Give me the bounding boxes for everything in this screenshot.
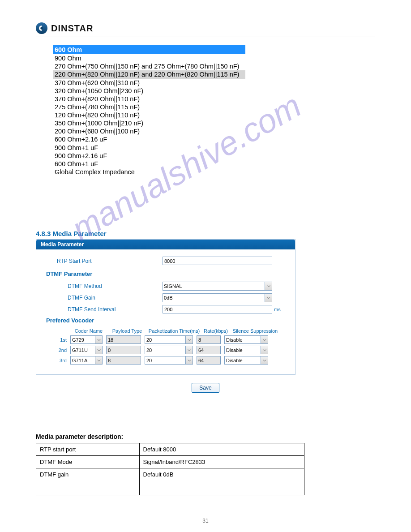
panel-title: Media Parameter (36, 240, 295, 249)
brand-text: DINSTAR (51, 23, 93, 34)
desc-key: DTMF gain (36, 468, 140, 495)
row-ord: 2nd (46, 348, 70, 353)
col-payload: Payload Type (107, 328, 147, 334)
page-number: 31 (36, 518, 375, 524)
impedance-option-selected[interactable]: 600 Ohm (53, 45, 245, 54)
vocoder-row: 1st (46, 335, 285, 344)
dtmf-interval-input[interactable] (163, 305, 272, 313)
packet-select[interactable] (145, 356, 193, 365)
impedance-option[interactable]: 275 Ohm+(780 Ohm||115 nF) (53, 103, 245, 111)
col-coder: Coder Name (70, 328, 107, 334)
desc-val: Signal/Inband/RFC2833 (139, 456, 304, 468)
table-row: DTMF gain Default 0dB (36, 468, 304, 495)
dinstar-logo-icon (36, 22, 47, 34)
coder-select[interactable] (70, 356, 103, 365)
desc-val: Default 0dB (139, 468, 304, 495)
packet-select[interactable] (145, 335, 193, 344)
row-ord: 3rd (46, 358, 70, 363)
payload-input (106, 346, 141, 354)
silence-select[interactable] (224, 356, 268, 365)
description-table: RTP start port Default 8000 DTMF Mode Si… (36, 443, 304, 495)
payload-input (106, 356, 141, 365)
impedance-option-hover[interactable]: 220 Ohm+(820 Ohm||120 nF) and 220 Ohm+(8… (53, 70, 245, 78)
silence-select[interactable] (224, 346, 268, 354)
rtp-start-port-label: RTP Start Port (46, 258, 163, 264)
silence-select[interactable] (224, 335, 268, 344)
dtmf-method-label: DTMF Method (46, 283, 163, 289)
row-ord: 1st (46, 337, 70, 343)
impedance-option[interactable]: 600 Ohm+2.16 uF (53, 135, 245, 143)
coder-select[interactable] (70, 346, 103, 354)
desc-key: DTMF Mode (36, 456, 140, 468)
rate-input (197, 335, 221, 344)
impedance-option[interactable]: 900 Ohm+2.16 uF (53, 152, 245, 160)
impedance-option[interactable]: 900 Ohm+1 uF (53, 144, 245, 152)
impedance-option[interactable]: 900 Ohm (53, 54, 245, 62)
impedance-option[interactable]: 200 Ohm+(680 Ohm||100 nF) (53, 127, 245, 135)
svg-point-0 (40, 27, 43, 29)
header-divider (36, 37, 375, 37)
dtmf-method-select[interactable] (163, 282, 272, 291)
rate-input (197, 356, 221, 365)
impedance-option[interactable]: 120 Ohm+(820 Ohm||110 nF) (53, 111, 245, 119)
impedance-option[interactable]: 270 Ohm+(750 Ohm||150 nF) and 275 Ohm+(7… (53, 62, 245, 70)
brand-logo: DINSTAR (36, 22, 375, 34)
dtmf-interval-label: DTMF Send Interval (46, 306, 163, 313)
table-row: DTMF Mode Signal/Inband/RFC2833 (36, 456, 304, 468)
desc-val: Default 8000 (139, 443, 304, 456)
impedance-option[interactable]: Global Complex Impedance (53, 168, 245, 176)
rate-input (197, 346, 221, 354)
impedance-option[interactable]: 320 Ohm+(1050 Ohm||230 nF) (53, 87, 245, 95)
packet-select[interactable] (145, 346, 193, 354)
col-packet: Packetization Time(ms) (147, 328, 201, 334)
coder-select[interactable] (70, 335, 103, 344)
vocoder-row: 2nd (46, 346, 285, 354)
rtp-start-port-input[interactable] (163, 257, 272, 265)
media-parameter-panel: Media Parameter RTP Start Port DTMF Para… (36, 239, 295, 375)
dtmf-heading: DTMF Parameter (46, 270, 285, 277)
dtmf-interval-unit: ms (274, 307, 281, 312)
impedance-option[interactable]: 600 Ohm+1 uF (53, 160, 245, 168)
desc-key: RTP start port (36, 443, 140, 456)
col-silence: Silence Suppression (231, 328, 280, 334)
dtmf-gain-label: DTMF Gain (46, 295, 163, 301)
impedance-option[interactable]: 350 Ohm+(1000 Ohm||210 nF) (53, 119, 245, 127)
vocoder-row: 3rd (46, 356, 285, 365)
dtmf-gain-select[interactable] (163, 293, 272, 302)
impedance-dropdown-list[interactable]: 600 Ohm 900 Ohm 270 Ohm+(750 Ohm||150 nF… (53, 45, 245, 176)
col-rate: Rate(kbps) (201, 328, 231, 334)
impedance-option[interactable]: 370 Ohm+(620 Ohm||310 nF) (53, 79, 245, 87)
section-heading: 4.8.3 Media Parameter (36, 230, 375, 237)
table-row: RTP start port Default 8000 (36, 443, 304, 456)
impedance-option[interactable]: 370 Ohm+(820 Ohm||110 nF) (53, 95, 245, 103)
payload-input (106, 335, 141, 344)
desc-heading: Media parameter description: (36, 433, 375, 440)
save-button[interactable]: Save (192, 383, 219, 393)
vocoder-heading: Prefered Vocoder (46, 317, 285, 324)
